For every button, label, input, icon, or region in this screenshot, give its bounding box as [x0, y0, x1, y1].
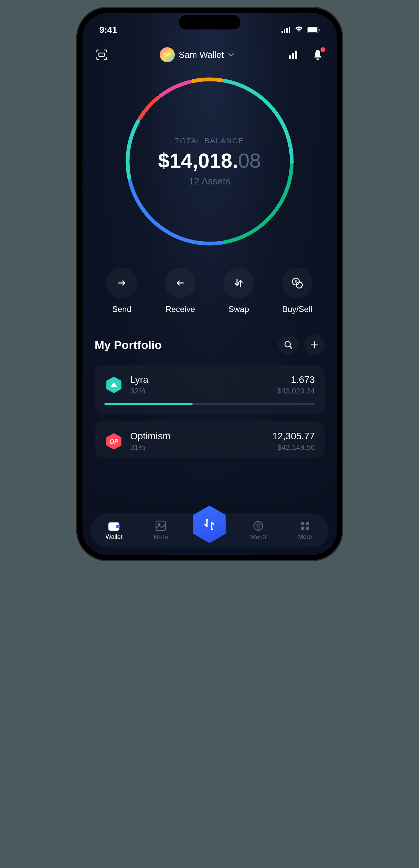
cellular-icon	[281, 27, 291, 33]
buy-sell-button[interactable]: $ Buy/Sell	[282, 268, 313, 314]
send-button[interactable]: Send	[106, 268, 137, 314]
portfolio-header: My Portfolio	[95, 335, 325, 355]
tab-wallet[interactable]: Wallet	[97, 520, 131, 541]
asset-progress-fill	[104, 403, 193, 405]
notch	[179, 15, 240, 29]
svg-point-23	[206, 519, 208, 521]
notifications-button[interactable]	[311, 48, 325, 62]
tab-nfts[interactable]: NFTs	[144, 520, 178, 541]
tab-center-action[interactable]	[191, 506, 228, 543]
tab-more[interactable]: More	[288, 520, 322, 541]
lyra-icon	[104, 375, 123, 394]
svg-text:$: $	[295, 280, 297, 284]
search-button[interactable]	[278, 335, 299, 355]
tab-label: Web3	[250, 534, 266, 541]
asset-name: Lyra	[130, 374, 271, 385]
header: SW Sam Wallet	[82, 37, 337, 66]
svg-rect-2	[286, 28, 288, 33]
phone-frame: 9:41 SW Sam Wallet	[76, 7, 343, 561]
svg-rect-9	[292, 53, 294, 59]
battery-icon	[307, 27, 320, 33]
bell-icon	[313, 49, 323, 60]
assets-count: 12 Assets	[158, 176, 261, 187]
balance-ring: TOTAL BALANCE $14,018.08 12 Assets	[82, 73, 337, 250]
buy-sell-label: Buy/Sell	[282, 305, 312, 314]
receive-button[interactable]: Receive	[165, 268, 196, 314]
asset-name: Optimism	[130, 431, 265, 442]
wallet-icon	[108, 520, 120, 531]
asset-card-lyra[interactable]: Lyra 32% 1.673 $43,023.34	[95, 365, 325, 414]
asset-amount: 1.673	[277, 374, 315, 385]
asset-progress	[104, 403, 315, 405]
send-label: Send	[112, 305, 131, 314]
tab-label: More	[298, 533, 312, 541]
grid-icon	[300, 520, 311, 531]
svg-rect-27	[306, 522, 309, 525]
status-time: 9:41	[100, 25, 117, 35]
scan-icon	[95, 49, 108, 61]
asset-percent: 32%	[130, 387, 271, 396]
status-indicators	[281, 26, 320, 33]
asset-card-optimism[interactable]: OP Optimism 31% 12,305.77 $42,149.56	[95, 421, 325, 458]
tab-label: Wallet	[105, 533, 122, 541]
svg-point-24	[211, 528, 213, 530]
svg-rect-7	[99, 53, 104, 56]
globe-icon	[252, 520, 264, 532]
svg-rect-3	[289, 27, 290, 33]
chevron-down-icon	[228, 53, 235, 57]
avatar: SW	[160, 47, 175, 62]
asset-usd: $42,149.56	[272, 443, 315, 452]
svg-rect-10	[295, 51, 297, 59]
svg-point-22	[158, 523, 160, 525]
svg-rect-8	[289, 55, 291, 59]
portfolio-section: My Portfolio Lyra	[82, 324, 337, 458]
coins-icon: $	[291, 276, 304, 289]
swap-center-icon	[202, 517, 217, 532]
screen: 9:41 SW Sam Wallet	[82, 13, 337, 555]
action-row: Send Receive Swap $ Buy/Sell	[82, 250, 337, 324]
balance-label: TOTAL BALANCE	[158, 137, 261, 145]
arrow-left-icon	[174, 277, 186, 289]
svg-rect-5	[307, 27, 317, 32]
arrow-right-icon	[116, 277, 128, 289]
wifi-icon	[294, 26, 303, 33]
svg-rect-26	[301, 522, 304, 525]
bar-chart-icon	[288, 49, 299, 60]
svg-rect-20	[116, 525, 120, 528]
swap-icon	[233, 277, 245, 289]
asset-usd: $43,023.34	[277, 387, 315, 396]
optimism-icon: OP	[104, 432, 123, 451]
portfolio-title: My Portfolio	[95, 338, 162, 352]
stats-button[interactable]	[286, 48, 300, 62]
asset-amount: 12,305.77	[272, 431, 315, 442]
add-asset-button[interactable]	[304, 335, 325, 355]
plus-icon	[310, 340, 319, 349]
wallet-name: Sam Wallet	[179, 50, 224, 60]
tab-web3[interactable]: Web3	[241, 520, 275, 541]
svg-rect-6	[319, 29, 320, 31]
tab-bar: Wallet NFTs Web3 More	[91, 513, 329, 547]
scan-button[interactable]	[95, 48, 108, 62]
tab-label: NFTs	[154, 534, 168, 541]
swap-button[interactable]: Swap	[223, 268, 254, 314]
wallet-selector[interactable]: SW Sam Wallet	[160, 47, 235, 62]
receive-label: Receive	[166, 305, 195, 314]
asset-percent: 31%	[130, 443, 265, 452]
image-icon	[155, 520, 167, 532]
swap-label: Swap	[228, 305, 249, 314]
search-icon	[284, 340, 293, 350]
svg-rect-28	[301, 527, 304, 530]
svg-rect-0	[281, 31, 283, 33]
svg-text:OP: OP	[109, 438, 118, 445]
balance-value: $14,018.08	[158, 149, 261, 172]
balance-center: TOTAL BALANCE $14,018.08 12 Assets	[158, 137, 261, 187]
svg-rect-1	[284, 29, 285, 33]
svg-rect-29	[306, 527, 309, 530]
